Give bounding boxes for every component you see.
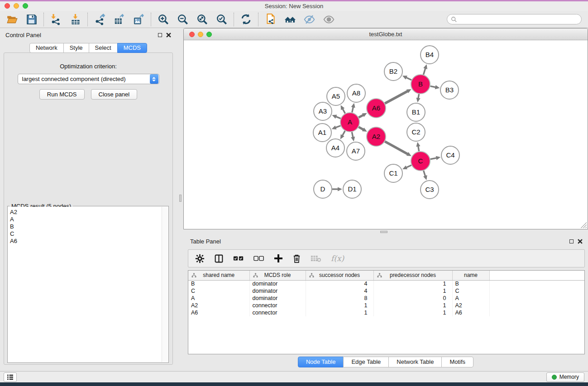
table-cell[interactable]: A2 <box>452 302 489 309</box>
tab-edge-table[interactable]: Edge Table <box>343 357 389 367</box>
save-session-icon[interactable] <box>25 13 38 25</box>
network-canvas[interactable]: B4B2BB3A5A8A6A3B1AA1C2A2A4A7CC4C1C3DD1 <box>184 40 587 229</box>
minimize-window-button[interactable] <box>14 3 19 9</box>
table-row[interactable]: A6connector11A6 <box>188 309 584 316</box>
tab-node-table[interactable]: Node Table <box>298 357 344 367</box>
close-panel-icon[interactable] <box>166 33 171 38</box>
toolbar-search[interactable] <box>447 14 582 24</box>
show-columns-icon[interactable] <box>214 254 224 263</box>
result-scrollbar[interactable] <box>162 207 168 362</box>
search-input[interactable] <box>459 16 578 23</box>
export-table-icon[interactable] <box>113 13 125 25</box>
open-session-icon[interactable] <box>6 13 18 25</box>
table-cell[interactable]: 0 <box>373 295 452 302</box>
tab-style[interactable]: Style <box>63 43 89 53</box>
graph-edge-C-C4[interactable] <box>430 158 437 159</box>
column-header-name[interactable]: name <box>452 271 489 280</box>
table-options-gear-icon[interactable] <box>195 254 205 263</box>
table-cell[interactable]: A2 <box>188 302 249 309</box>
graph-edge-B-B4[interactable] <box>423 68 425 75</box>
table-cell[interactable]: B <box>452 280 489 287</box>
graph-edge-C-C1[interactable] <box>406 165 411 168</box>
table-cell[interactable]: A6 <box>188 309 249 316</box>
table-cell[interactable]: A <box>188 295 249 302</box>
column-header-shared-name[interactable]: shared name <box>188 271 249 280</box>
import-table-icon[interactable] <box>69 13 81 25</box>
table-row[interactable]: Cdominator41C <box>188 287 584 295</box>
column-header-MCDS-role[interactable]: MCDS role <box>249 271 306 280</box>
graph-edge-B-B2[interactable] <box>406 77 411 80</box>
zoom-in-icon[interactable] <box>157 13 169 25</box>
result-item[interactable]: C <box>10 230 162 238</box>
table-cell[interactable]: 1 <box>373 302 452 309</box>
export-image-icon[interactable] <box>133 13 145 25</box>
criterion-select[interactable]: largest connected component (directed) <box>18 74 159 84</box>
table-row[interactable]: A2connector11A2 <box>188 302 584 309</box>
mcds-result-list[interactable]: A2ABCA6 <box>8 207 162 362</box>
tab-motifs[interactable]: Motifs <box>441 357 473 367</box>
add-column-icon[interactable] <box>274 254 283 263</box>
apply-layout-icon[interactable] <box>240 13 252 25</box>
tab-mcds[interactable]: MCDS <box>117 43 147 53</box>
table-cell[interactable]: 4 <box>306 280 373 287</box>
graph-edge-A-A4[interactable] <box>342 131 345 136</box>
graph-edge-A2-C[interactable] <box>385 142 408 154</box>
window-resize-grip[interactable] <box>581 222 587 228</box>
memory-button[interactable]: Memory <box>546 372 584 382</box>
tab-network-table[interactable]: Network Table <box>388 357 442 367</box>
network-from-file-icon[interactable] <box>264 13 277 25</box>
table-cell[interactable]: 1 <box>373 287 452 295</box>
graph-edge-C-C3[interactable] <box>424 171 425 176</box>
zoom-window-button[interactable] <box>23 3 28 9</box>
result-item[interactable]: A2 <box>10 209 162 216</box>
minimize-network-button[interactable] <box>198 32 203 37</box>
zoom-selected-icon[interactable] <box>215 13 228 25</box>
table-cell[interactable]: A <box>452 295 489 302</box>
run-mcds-button[interactable]: Run MCDS <box>39 89 85 100</box>
table-cell[interactable]: dominator <box>249 280 306 287</box>
result-item[interactable]: B <box>10 223 162 230</box>
table-cell[interactable]: C <box>188 287 249 295</box>
table-cell[interactable]: 1 <box>306 309 373 316</box>
zoom-network-button[interactable] <box>206 32 212 37</box>
task-history-button[interactable] <box>4 372 17 382</box>
float-panel-icon[interactable] <box>158 33 162 37</box>
column-header-predecessor-nodes[interactable]: predecessor nodes <box>373 271 452 280</box>
table-cell[interactable]: 1 <box>373 309 452 316</box>
zoom-fit-icon[interactable] <box>196 13 208 25</box>
table-row[interactable]: Bdominator41B <box>188 280 584 287</box>
network-window-titlebar[interactable]: testGlobe.txt <box>184 29 588 40</box>
close-network-button[interactable] <box>189 32 195 37</box>
table-cell[interactable]: 1 <box>306 302 373 309</box>
delete-column-icon[interactable] <box>292 254 301 263</box>
graph-edge-A-A8[interactable] <box>352 106 354 112</box>
table-cell[interactable]: A6 <box>452 309 489 316</box>
graph-edge-A6-B[interactable] <box>385 91 408 104</box>
zoom-out-icon[interactable] <box>177 13 189 25</box>
network-graph[interactable]: B4B2BB3A5A8A6A3B1AA1C2A2A4A7CC4C1C3DD1 <box>184 40 587 229</box>
result-item[interactable]: A6 <box>10 238 162 245</box>
home-browser-icon[interactable] <box>284 13 296 25</box>
node-table[interactable]: shared nameMCDS rolesuccessor nodesprede… <box>188 270 585 354</box>
tab-network[interactable]: Network <box>29 43 64 53</box>
vertical-splitter-grip[interactable] <box>179 195 182 202</box>
import-network-icon[interactable] <box>50 13 62 25</box>
table-cell[interactable]: connector <box>249 302 306 309</box>
result-item[interactable]: A <box>10 216 162 223</box>
table-cell[interactable]: 1 <box>373 280 452 287</box>
horizontal-splitter-grip[interactable] <box>380 231 387 233</box>
export-network-icon[interactable] <box>94 13 106 25</box>
table-cell[interactable]: dominator <box>249 295 306 302</box>
table-cell[interactable]: connector <box>249 309 306 316</box>
tab-select[interactable]: Select <box>89 43 118 53</box>
column-header-successor-nodes[interactable]: successor nodes <box>306 271 373 280</box>
table-cell[interactable]: 8 <box>306 295 373 302</box>
table-cell[interactable]: 4 <box>306 287 373 295</box>
table-row[interactable]: Adominator80A <box>188 295 584 302</box>
hide-graphics-details-icon[interactable] <box>303 13 316 25</box>
close-window-button[interactable] <box>5 3 10 9</box>
table-cell[interactable]: C <box>452 287 489 295</box>
float-table-panel-icon[interactable] <box>569 239 574 243</box>
deselect-all-checks-icon[interactable] <box>253 255 264 262</box>
table-cell[interactable]: B <box>188 280 249 287</box>
